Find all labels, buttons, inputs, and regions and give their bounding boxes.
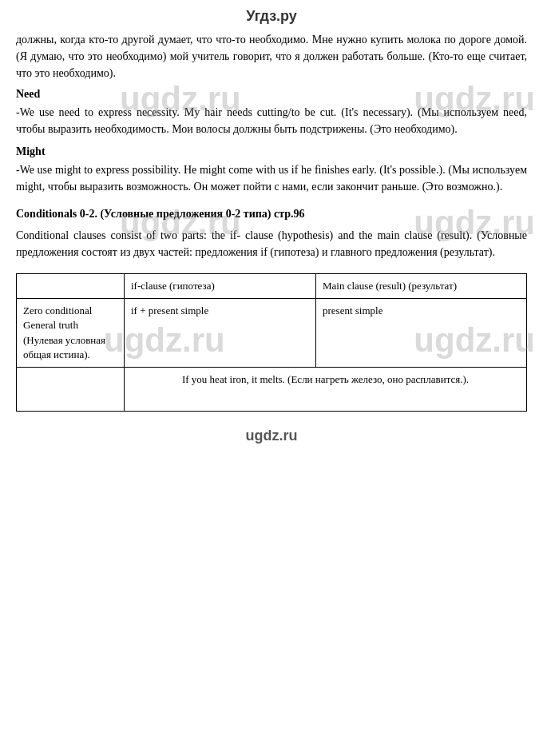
might-section: Might -We use might to express possibili… [16, 145, 527, 195]
might-body: -We use might to express possibility. He… [16, 161, 527, 195]
conditionals-table-wrap: ugdz.ru ugdz.ru if-clause (гипотеза) Mai… [16, 273, 527, 412]
footer-watermark: ugdz.ru [16, 428, 527, 444]
table-cell-row1-col3: present simple [316, 299, 527, 368]
conditionals-table: if-clause (гипотеза) Main clause (result… [16, 273, 527, 412]
conditionals-section: Conditionals 0-2. (Условные предложения … [16, 208, 527, 261]
header-col1 [17, 274, 125, 299]
table-cell-row1-col2: if + present simple [125, 299, 316, 368]
table-row-1: Zero conditionalGeneral truth(Нулевая ус… [17, 299, 527, 368]
table-row-example: If you heat iron, it melts. (Если нагрет… [17, 367, 527, 411]
page-container: Угдз.ру должны, когда кто-то другой дума… [0, 0, 543, 460]
header-col3: Main clause (result) (результат) [316, 274, 527, 299]
table-cell-example-col1 [17, 367, 125, 411]
need-title: Need [16, 88, 527, 101]
site-header: Угдз.ру [16, 8, 527, 25]
need-body: -We use need to express necessity. My ha… [16, 104, 527, 137]
intro-text: должны, когда кто-то другой думает, что … [16, 31, 527, 82]
header-col2: if-clause (гипотеза) [125, 274, 316, 299]
conditionals-title: Conditionals 0-2. (Условные предложения … [16, 208, 527, 221]
table-cell-row1-col1: Zero conditionalGeneral truth(Нулевая ус… [17, 299, 125, 368]
table-header-row: if-clause (гипотеза) Main clause (result… [17, 274, 527, 299]
site-title: Угдз.ру [246, 8, 297, 24]
need-section: Need ugdz.ru ugdz.ru -We use need to exp… [16, 88, 527, 137]
conditionals-intro: Conditional clauses consist of two parts… [16, 227, 527, 261]
table-cell-example-text: If you heat iron, it melts. (Если нагрет… [125, 367, 527, 411]
might-title: Might [16, 145, 527, 158]
